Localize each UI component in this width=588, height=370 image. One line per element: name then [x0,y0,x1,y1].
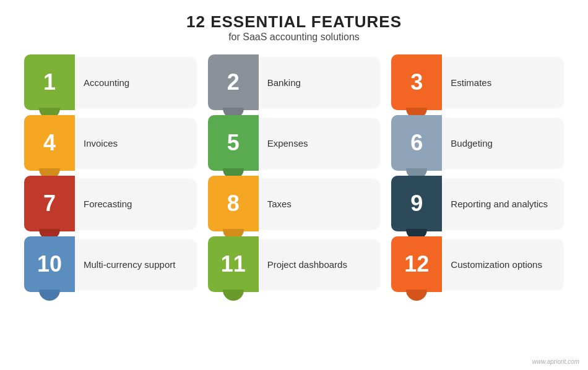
feature-label-1: Accounting [75,77,196,88]
notch-10 [39,290,60,301]
number-6: 6 [410,132,423,154]
number-block-9: 9 [391,176,442,231]
feature-card-7: 7 Forecasting [25,179,196,228]
number-block-4: 4 [24,115,75,171]
feature-label-8: Taxes [259,199,380,209]
number-10: 10 [37,253,62,275]
number-11: 11 [221,253,246,275]
number-9: 9 [410,192,423,215]
feature-label-6: Budgeting [442,138,563,148]
feature-card-5: 5 Expenses [209,118,380,168]
feature-card-9: 9 Reporting and analytics [392,179,563,228]
header: 12 ESSENTIAL FEATURES for SaaS accountin… [25,12,563,43]
number-5: 5 [227,132,240,154]
feature-label-3: Estimates [442,77,563,88]
feature-label-11: Project dashboards [259,259,380,270]
number-1: 1 [43,71,56,93]
number-block-12: 12 [391,236,442,292]
notch-11 [223,290,244,301]
feature-label-5: Expenses [259,138,380,148]
feature-card-1: 1 Accounting [25,58,196,107]
feature-card-11: 11 Project dashboards [209,239,380,289]
number-4: 4 [43,132,56,154]
feature-label-4: Invoices [75,138,196,148]
watermark: www.apriorit.com [532,358,579,365]
feature-label-2: Banking [259,77,380,88]
feature-card-8: 8 Taxes [209,179,380,228]
number-block-1: 1 [24,54,75,110]
feature-card-3: 3 Estimates [392,58,563,107]
number-block-6: 6 [391,115,442,171]
number-block-5: 5 [208,115,259,171]
number-12: 12 [404,253,429,275]
number-block-8: 8 [208,176,259,231]
feature-label-10: Multi-currency support [75,259,196,270]
feature-card-6: 6 Budgeting [392,118,563,168]
page-subtitle: for SaaS accounting solutions [25,32,563,43]
feature-label-9: Reporting and analytics [442,199,563,209]
feature-card-12: 12 Customization options [392,239,563,289]
features-grid: 1 Accounting 2 Banking 3 Estimates 4 Inv… [25,58,563,289]
number-3: 3 [410,71,423,93]
number-8: 8 [227,192,240,215]
number-block-11: 11 [208,236,259,292]
feature-card-4: 4 Invoices [25,118,196,168]
feature-label-12: Customization options [442,259,563,270]
notch-12 [406,290,427,301]
number-7: 7 [43,192,56,215]
feature-card-2: 2 Banking [209,58,380,107]
number-block-10: 10 [24,236,75,292]
feature-label-7: Forecasting [75,199,196,209]
page-container: 12 ESSENTIAL FEATURES for SaaS accountin… [0,0,588,370]
page-title: 12 ESSENTIAL FEATURES [25,12,563,32]
number-block-7: 7 [24,176,75,231]
number-2: 2 [227,71,240,93]
number-block-3: 3 [391,54,442,110]
number-block-2: 2 [208,54,259,110]
feature-card-10: 10 Multi-currency support [25,239,196,289]
